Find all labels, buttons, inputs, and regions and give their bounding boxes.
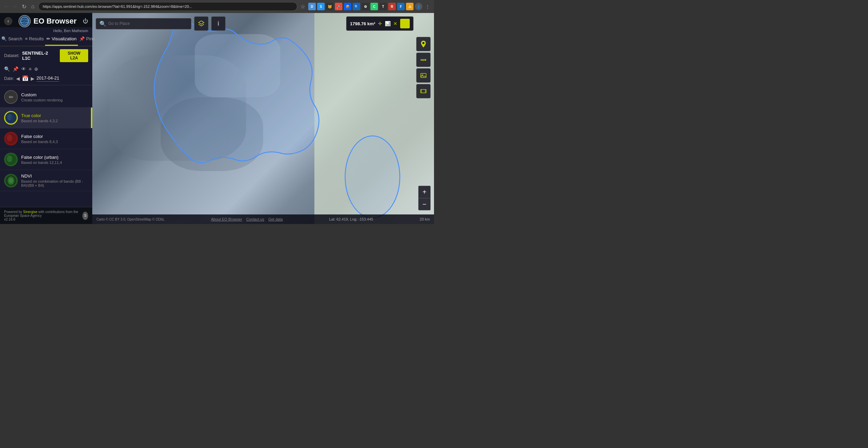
- viz-name-true-color: True color: [21, 113, 88, 118]
- map-scale: 20 km: [420, 217, 430, 221]
- ext-rocket[interactable]: 🚀: [335, 3, 342, 10]
- viz-item-false-color[interactable]: False color Based on bands 8,4,3: [0, 128, 92, 149]
- viz-item-ndvi[interactable]: NDVI Based on combination of bands (B8 -…: [0, 170, 92, 191]
- viz-name-custom: Custom: [21, 92, 88, 97]
- home-button[interactable]: ⌂: [29, 3, 36, 10]
- map-search-icon: 🔍: [99, 20, 106, 27]
- image-button[interactable]: [416, 68, 431, 83]
- app-logo: [18, 15, 31, 27]
- date-value: 2017-04-21: [37, 75, 59, 82]
- map-footer-links: About EO Browser Contact us Get data: [211, 217, 283, 221]
- area-move-button[interactable]: ✛: [378, 21, 382, 26]
- dataset-label: Dataset:: [4, 53, 19, 58]
- avatar[interactable]: 👤: [415, 3, 422, 10]
- ext-search[interactable]: 🔍: [353, 3, 360, 10]
- viz-info-custom: Custom Create custom rendering: [21, 92, 88, 102]
- ext-f[interactable]: F: [397, 3, 405, 10]
- location-pin-button[interactable]: [416, 37, 431, 51]
- tab-search[interactable]: 🔍 Search: [0, 33, 24, 46]
- user-greeting: Hello, Ben Matheson: [0, 27, 92, 33]
- viz-thumb-true-color: [4, 111, 18, 125]
- viz-info-false-color: False color Based on bands 8,4,3: [21, 134, 88, 144]
- map-search-input[interactable]: [108, 21, 188, 26]
- film-button[interactable]: [416, 84, 431, 98]
- svg-rect-23: [425, 89, 426, 93]
- collapse-button[interactable]: ‹: [4, 17, 12, 25]
- footer-text: Powered by Sinergise with contributions …: [4, 210, 82, 221]
- visualization-icon: ✏: [46, 36, 50, 41]
- ext-cors[interactable]: C: [370, 3, 378, 10]
- map-bottom-bar: Carto © CC BY 3.0, OpenStreetMap © ODbL …: [92, 214, 434, 224]
- zoom-in-button[interactable]: +: [418, 186, 431, 198]
- area-value: 1798.76 km²: [350, 21, 375, 26]
- reload-button[interactable]: ↻: [21, 3, 27, 10]
- tab-visualization[interactable]: ✏ Visualization: [45, 33, 78, 46]
- svg-rect-22: [421, 89, 422, 93]
- dataset-share-icon[interactable]: ⊕: [34, 66, 38, 72]
- tab-results[interactable]: ≡ Results: [24, 33, 45, 46]
- area-chart-button[interactable]: 📊: [385, 21, 391, 26]
- ext-cat[interactable]: 🐱: [326, 3, 334, 10]
- area-green-button[interactable]: [400, 19, 410, 28]
- pins-icon: 📌: [79, 36, 85, 41]
- date-prev-button[interactable]: ◀: [16, 76, 20, 81]
- ext-warn[interactable]: ⚠: [406, 3, 413, 10]
- ext-s[interactable]: S: [317, 3, 325, 10]
- viz-thumb-ndvi: [4, 174, 18, 187]
- date-calendar-button[interactable]: 📅: [22, 75, 29, 82]
- svg-point-4: [10, 116, 14, 121]
- viz-desc-custom: Create custom rendering: [21, 98, 88, 102]
- viz-item-false-urban[interactable]: False color (urban) Based on bands 12,11…: [0, 149, 92, 170]
- date-row: Date: ◀ 📅 ▶ 2017-04-21: [0, 73, 92, 84]
- ext-d[interactable]: D: [308, 3, 316, 10]
- viz-name-false-urban: False color (urban): [21, 155, 88, 160]
- date-label: Date:: [4, 76, 14, 81]
- tab-pins[interactable]: 📌 Pins: [78, 33, 96, 46]
- ext-drop[interactable]: 📦: [344, 3, 351, 10]
- dataset-search-icon[interactable]: 🔍: [4, 66, 10, 72]
- dataset-filter-icon[interactable]: ≡: [29, 66, 31, 72]
- ext-t[interactable]: T: [379, 3, 387, 10]
- ext-gear[interactable]: ⚙: [362, 3, 369, 10]
- map-container[interactable]: 🔍 i 1798.76 km² ✛ 📊 ✕: [92, 13, 434, 224]
- sinergise-link[interactable]: Sinergise: [23, 210, 38, 214]
- layers-button[interactable]: [194, 16, 208, 31]
- dataset-pin-icon[interactable]: 📌: [13, 66, 18, 72]
- contact-link[interactable]: Contact us: [246, 217, 265, 221]
- dataset-eye-icon[interactable]: 👁: [21, 66, 26, 72]
- power-button[interactable]: ⏻: [83, 18, 88, 24]
- viz-item-custom[interactable]: ✏ Custom Create custom rendering: [0, 87, 92, 108]
- dataset-icons: 🔍 📌 👁 ≡ ⊕: [0, 65, 92, 73]
- viz-thumb-custom: ✏: [4, 90, 18, 104]
- sidebar-header: ‹ EO Browser ⏻: [0, 13, 92, 27]
- viz-desc-false-color: Based on bands 8,4,3: [21, 140, 88, 144]
- forward-button[interactable]: →: [12, 3, 18, 10]
- viz-info-false-urban: False color (urban) Based on bands 12,11…: [21, 155, 88, 165]
- viz-active-bar: [91, 108, 92, 128]
- search-icon: 🔍: [1, 36, 7, 41]
- viz-thumb-false-color: [4, 132, 18, 145]
- viz-desc-true-color: Based on bands 4,3,2: [21, 119, 88, 123]
- info-button[interactable]: i: [211, 16, 226, 31]
- right-toolbar: [416, 37, 431, 98]
- divider: [0, 85, 92, 85]
- date-next-button[interactable]: ▶: [31, 76, 35, 81]
- get-data-link[interactable]: Get data: [268, 217, 283, 221]
- zoom-out-button[interactable]: −: [418, 198, 431, 210]
- map-coordinates: Lat: 62.419, Lng: -153.445: [329, 217, 373, 221]
- map-search-box[interactable]: 🔍: [96, 18, 191, 29]
- star-button[interactable]: ☆: [299, 3, 306, 10]
- viz-item-true-color[interactable]: True color Based on bands 4,3,2: [0, 108, 92, 128]
- svg-rect-19: [421, 73, 426, 78]
- ruler-button[interactable]: [416, 53, 431, 67]
- address-bar[interactable]: https://apps.sentinel-hub.com/eo-browser…: [38, 2, 297, 11]
- menu-button[interactable]: ⋮: [424, 3, 431, 10]
- show-l2a-button[interactable]: SHOW L2A: [60, 49, 88, 62]
- back-button[interactable]: ←: [3, 3, 10, 10]
- svg-point-8: [7, 155, 12, 162]
- area-close-button[interactable]: ✕: [393, 21, 397, 26]
- map-attribution: Carto © CC BY 3.0, OpenStreetMap © ODbL: [96, 218, 165, 221]
- svg-point-6: [7, 135, 12, 141]
- ext-r[interactable]: R: [388, 3, 396, 10]
- about-link[interactable]: About EO Browser: [211, 217, 242, 221]
